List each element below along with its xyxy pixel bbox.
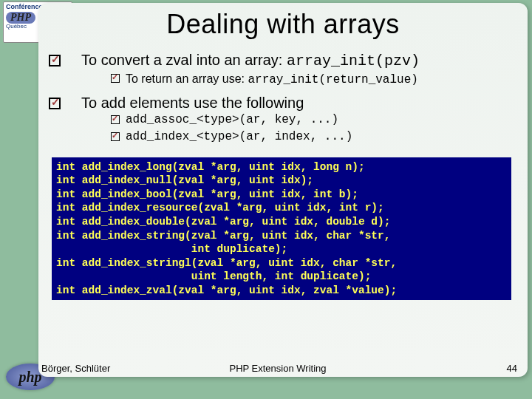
bullet-2: To add elements use the following add_as… [81,93,514,146]
logo-conf-text: Conférence [6,3,43,10]
b2-sub2: add_index_<type>(ar, index, ...) [126,129,352,146]
check-icon [111,74,120,83]
bullet-2-sub-2: add_index_<type>(ar, index, ...) [111,129,514,146]
logo-php-pill: PHP [6,12,35,24]
footer: Börger, Schlüter PHP Extension Writing 4… [38,363,517,374]
bullet-2-text: To add elements use the following [81,93,514,112]
bullet-2-sub-1: add_assoc_<type>(ar, key, ...) [111,112,514,129]
b2-sub1: add_assoc_<type>(ar, key, ...) [126,112,338,129]
slide-card: Dealing with arrays To convert a zval in… [38,3,528,377]
check-icon [49,55,61,66]
footer-center: PHP Extension Writing [38,363,517,374]
check-icon [111,132,120,141]
check-icon [49,98,61,109]
footer-right: 44 [507,363,517,374]
check-icon [111,115,120,124]
logo-qc-text: Québec [6,23,27,30]
b1-sub1-code: array_init(return_value) [248,73,417,86]
b1-code: array_init(pzv) [287,52,420,69]
slide-title: Dealing with arrays [52,9,514,40]
b1-text-a: To convert a zval into an array: [81,52,287,68]
bullet-1-text: To convert a zval into an array: array_i… [81,50,514,71]
content: To convert a zval into an array: array_i… [81,50,514,300]
b1-sub1-a: To return an array use: [126,72,248,85]
b1-sub1-text: To return an array use: array_init(retur… [126,71,418,89]
bullet-1-sub-1: To return an array use: array_init(retur… [111,71,514,89]
bullet-1: To convert a zval into an array: array_i… [81,50,514,89]
code-block: int add_index_long(zval *arg, uint idx, … [52,157,511,300]
